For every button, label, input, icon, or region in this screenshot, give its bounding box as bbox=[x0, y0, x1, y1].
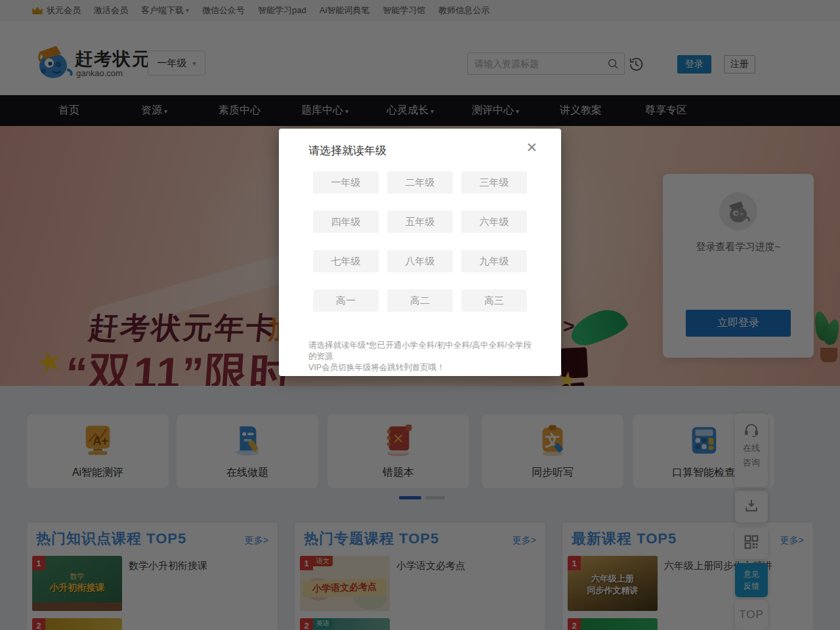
grade-button-4[interactable]: 四年级 bbox=[313, 211, 379, 233]
grade-button-senior1[interactable]: 高一 bbox=[313, 289, 379, 312]
grade-button-6[interactable]: 六年级 bbox=[461, 211, 527, 233]
grade-button-1[interactable]: 一年级 bbox=[313, 171, 379, 194]
modal-note: 请选择就读年级*您已开通小学全科/初中全科/高中全科/全学段的资源 VIP会员切… bbox=[308, 340, 538, 373]
grade-button-3[interactable]: 三年级 bbox=[461, 171, 527, 194]
modal-note-line: 请选择就读年级*您已开通小学全科/初中全科/高中全科/全学段的资源 bbox=[308, 340, 538, 362]
grade-button-5[interactable]: 五年级 bbox=[387, 211, 453, 233]
grade-button-9[interactable]: 九年级 bbox=[461, 250, 527, 272]
page: 状元会员 激活会员 客户端下载 ▾ 微信公众号 智能学习pad Ai智能词典笔 … bbox=[0, 0, 840, 630]
grade-select-modal: 请选择就读年级 ✕ 一年级 二年级 三年级 四年级 五年级 六年级 七年级 八年… bbox=[279, 129, 561, 376]
grade-grid: 一年级 二年级 三年级 四年级 五年级 六年级 七年级 八年级 九年级 高一 高… bbox=[313, 171, 527, 312]
grade-button-2[interactable]: 二年级 bbox=[387, 171, 453, 194]
modal-title: 请选择就读年级 bbox=[308, 143, 387, 158]
grade-button-senior2[interactable]: 高二 bbox=[387, 289, 453, 312]
grade-button-senior3[interactable]: 高三 bbox=[461, 289, 527, 312]
grade-button-7[interactable]: 七年级 bbox=[313, 250, 379, 272]
close-icon[interactable]: ✕ bbox=[526, 140, 537, 154]
grade-button-8[interactable]: 八年级 bbox=[387, 250, 453, 272]
modal-note-line: VIP会员切换年级将会跳转到首页哦！ bbox=[308, 362, 538, 373]
